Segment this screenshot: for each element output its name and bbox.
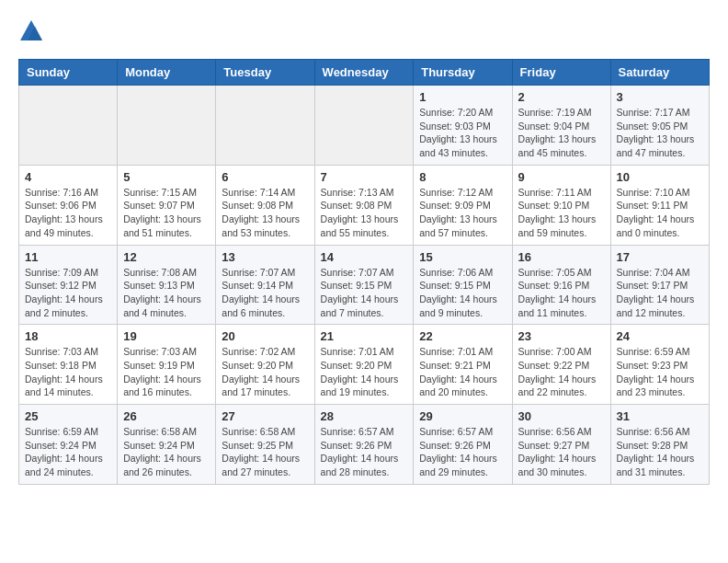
calendar-cell: 7Sunrise: 7:13 AM Sunset: 9:08 PM Daylig…: [314, 165, 414, 245]
day-info: Sunrise: 7:03 AM Sunset: 9:19 PM Dayligh…: [123, 345, 210, 399]
day-info: Sunrise: 7:04 AM Sunset: 9:17 PM Dayligh…: [617, 266, 703, 320]
calendar-cell: 17Sunrise: 7:04 AM Sunset: 9:17 PM Dayli…: [610, 245, 709, 325]
day-info: Sunrise: 7:03 AM Sunset: 9:18 PM Dayligh…: [25, 345, 111, 399]
day-number: 9: [518, 170, 605, 184]
day-number: 13: [222, 250, 308, 264]
calendar-cell: 30Sunrise: 6:56 AM Sunset: 9:27 PM Dayli…: [512, 405, 610, 485]
calendar-week-row: 4Sunrise: 7:16 AM Sunset: 9:06 PM Daylig…: [19, 165, 710, 245]
day-number: 7: [321, 170, 408, 184]
day-info: Sunrise: 7:10 AM Sunset: 9:11 PM Dayligh…: [617, 186, 703, 240]
day-info: Sunrise: 6:56 AM Sunset: 9:27 PM Dayligh…: [518, 425, 605, 479]
day-number: 28: [321, 409, 408, 423]
calendar-week-row: 18Sunrise: 7:03 AM Sunset: 9:18 PM Dayli…: [19, 325, 710, 405]
calendar-cell: 29Sunrise: 6:57 AM Sunset: 9:26 PM Dayli…: [414, 405, 512, 485]
day-number: 19: [123, 329, 210, 343]
calendar-cell: 2Sunrise: 7:19 AM Sunset: 9:04 PM Daylig…: [512, 86, 610, 166]
day-info: Sunrise: 7:16 AM Sunset: 9:06 PM Dayligh…: [25, 186, 111, 240]
day-number: 25: [25, 409, 111, 423]
calendar-cell: 16Sunrise: 7:05 AM Sunset: 9:16 PM Dayli…: [512, 245, 610, 325]
page-header: [18, 18, 710, 44]
day-info: Sunrise: 7:02 AM Sunset: 9:20 PM Dayligh…: [222, 345, 308, 399]
day-info: Sunrise: 6:59 AM Sunset: 9:23 PM Dayligh…: [617, 345, 703, 399]
calendar-table: SundayMondayTuesdayWednesdayThursdayFrid…: [18, 59, 710, 485]
day-number: 21: [321, 329, 408, 343]
day-number: 4: [25, 170, 111, 184]
day-info: Sunrise: 7:19 AM Sunset: 9:04 PM Dayligh…: [518, 106, 605, 160]
calendar-cell: 10Sunrise: 7:10 AM Sunset: 9:11 PM Dayli…: [610, 165, 709, 245]
calendar-cell: 15Sunrise: 7:06 AM Sunset: 9:15 PM Dayli…: [414, 245, 512, 325]
calendar-cell: 26Sunrise: 6:58 AM Sunset: 9:24 PM Dayli…: [118, 405, 216, 485]
day-number: 20: [222, 329, 308, 343]
day-number: 18: [25, 329, 111, 343]
calendar-cell: [216, 86, 314, 166]
day-number: 1: [419, 90, 506, 104]
calendar-header-tuesday: Tuesday: [216, 60, 314, 86]
day-info: Sunrise: 7:01 AM Sunset: 9:21 PM Dayligh…: [419, 345, 506, 399]
calendar-cell: 8Sunrise: 7:12 AM Sunset: 9:09 PM Daylig…: [414, 165, 512, 245]
calendar-cell: 31Sunrise: 6:56 AM Sunset: 9:28 PM Dayli…: [610, 405, 709, 485]
day-number: 17: [617, 250, 703, 264]
day-number: 31: [617, 409, 703, 423]
day-info: Sunrise: 7:12 AM Sunset: 9:09 PM Dayligh…: [419, 186, 506, 240]
day-info: Sunrise: 7:15 AM Sunset: 9:07 PM Dayligh…: [123, 186, 210, 240]
calendar-cell: 21Sunrise: 7:01 AM Sunset: 9:20 PM Dayli…: [314, 325, 414, 405]
logo: [18, 18, 48, 44]
day-number: 16: [518, 250, 605, 264]
day-info: Sunrise: 6:58 AM Sunset: 9:24 PM Dayligh…: [123, 425, 210, 479]
day-info: Sunrise: 6:59 AM Sunset: 9:24 PM Dayligh…: [25, 425, 111, 479]
day-info: Sunrise: 7:07 AM Sunset: 9:14 PM Dayligh…: [222, 266, 308, 320]
day-number: 24: [617, 329, 703, 343]
calendar-cell: 13Sunrise: 7:07 AM Sunset: 9:14 PM Dayli…: [216, 245, 314, 325]
day-number: 22: [419, 329, 506, 343]
calendar-cell: 14Sunrise: 7:07 AM Sunset: 9:15 PM Dayli…: [314, 245, 414, 325]
calendar-cell: 23Sunrise: 7:00 AM Sunset: 9:22 PM Dayli…: [512, 325, 610, 405]
day-info: Sunrise: 7:07 AM Sunset: 9:15 PM Dayligh…: [321, 266, 408, 320]
calendar-cell: [19, 86, 118, 166]
day-number: 6: [222, 170, 308, 184]
day-number: 27: [222, 409, 308, 423]
calendar-cell: 28Sunrise: 6:57 AM Sunset: 9:26 PM Dayli…: [314, 405, 414, 485]
calendar-cell: 11Sunrise: 7:09 AM Sunset: 9:12 PM Dayli…: [19, 245, 118, 325]
calendar-header-monday: Monday: [118, 60, 216, 86]
calendar-cell: 25Sunrise: 6:59 AM Sunset: 9:24 PM Dayli…: [19, 405, 118, 485]
calendar-cell: 3Sunrise: 7:17 AM Sunset: 9:05 PM Daylig…: [610, 86, 709, 166]
calendar-cell: 6Sunrise: 7:14 AM Sunset: 9:08 PM Daylig…: [216, 165, 314, 245]
day-info: Sunrise: 7:20 AM Sunset: 9:03 PM Dayligh…: [419, 106, 506, 160]
day-info: Sunrise: 7:13 AM Sunset: 9:08 PM Dayligh…: [321, 186, 408, 240]
day-info: Sunrise: 6:57 AM Sunset: 9:26 PM Dayligh…: [321, 425, 408, 479]
day-number: 23: [518, 329, 605, 343]
calendar-week-row: 11Sunrise: 7:09 AM Sunset: 9:12 PM Dayli…: [19, 245, 710, 325]
day-number: 30: [518, 409, 605, 423]
calendar-cell: 4Sunrise: 7:16 AM Sunset: 9:06 PM Daylig…: [19, 165, 118, 245]
calendar-cell: 18Sunrise: 7:03 AM Sunset: 9:18 PM Dayli…: [19, 325, 118, 405]
calendar-cell: 19Sunrise: 7:03 AM Sunset: 9:19 PM Dayli…: [118, 325, 216, 405]
day-number: 14: [321, 250, 408, 264]
day-info: Sunrise: 7:09 AM Sunset: 9:12 PM Dayligh…: [25, 266, 111, 320]
calendar-header-friday: Friday: [512, 60, 610, 86]
calendar-cell: 1Sunrise: 7:20 AM Sunset: 9:03 PM Daylig…: [414, 86, 512, 166]
calendar-cell: 20Sunrise: 7:02 AM Sunset: 9:20 PM Dayli…: [216, 325, 314, 405]
day-info: Sunrise: 7:17 AM Sunset: 9:05 PM Dayligh…: [617, 106, 703, 160]
day-number: 11: [25, 250, 111, 264]
day-info: Sunrise: 6:56 AM Sunset: 9:28 PM Dayligh…: [617, 425, 703, 479]
day-number: 3: [617, 90, 703, 104]
calendar-cell: [118, 86, 216, 166]
day-info: Sunrise: 7:01 AM Sunset: 9:20 PM Dayligh…: [321, 345, 408, 399]
calendar-cell: 22Sunrise: 7:01 AM Sunset: 9:21 PM Dayli…: [414, 325, 512, 405]
day-info: Sunrise: 7:00 AM Sunset: 9:22 PM Dayligh…: [518, 345, 605, 399]
day-info: Sunrise: 7:11 AM Sunset: 9:10 PM Dayligh…: [518, 186, 605, 240]
calendar-cell: 27Sunrise: 6:58 AM Sunset: 9:25 PM Dayli…: [216, 405, 314, 485]
calendar-week-row: 1Sunrise: 7:20 AM Sunset: 9:03 PM Daylig…: [19, 86, 710, 166]
logo-icon: [18, 18, 44, 44]
day-number: 10: [617, 170, 703, 184]
day-info: Sunrise: 7:14 AM Sunset: 9:08 PM Dayligh…: [222, 186, 308, 240]
calendar-cell: 12Sunrise: 7:08 AM Sunset: 9:13 PM Dayli…: [118, 245, 216, 325]
calendar-cell: 5Sunrise: 7:15 AM Sunset: 9:07 PM Daylig…: [118, 165, 216, 245]
day-number: 15: [419, 250, 506, 264]
day-number: 2: [518, 90, 605, 104]
day-info: Sunrise: 7:08 AM Sunset: 9:13 PM Dayligh…: [123, 266, 210, 320]
day-number: 8: [419, 170, 506, 184]
day-info: Sunrise: 6:58 AM Sunset: 9:25 PM Dayligh…: [222, 425, 308, 479]
day-info: Sunrise: 7:05 AM Sunset: 9:16 PM Dayligh…: [518, 266, 605, 320]
calendar-header-saturday: Saturday: [610, 60, 709, 86]
